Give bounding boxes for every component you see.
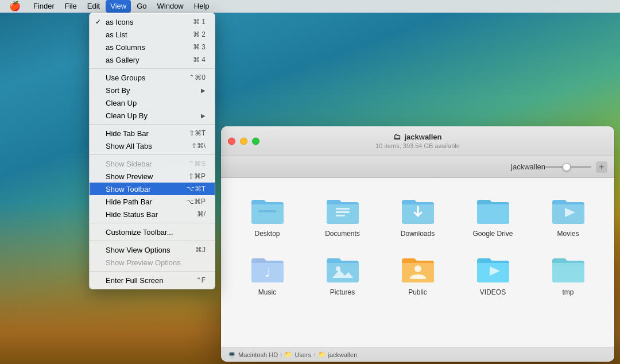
folder-icon-movies <box>550 194 587 226</box>
show-all-tabs[interactable]: Show All Tabs ⇧⌘\ <box>90 140 215 152</box>
shortcut-label: ⌃⌘0 <box>189 73 206 82</box>
shortcut-label: ⌘ 4 <box>193 56 206 64</box>
window-subtitle: 10 items, 393.54 GB available <box>375 142 460 149</box>
hide-tab-bar[interactable]: Hide Tab Bar ⇧⌘T <box>90 127 215 140</box>
hide-path-bar[interactable]: Hide Path Bar ⌥⌘P <box>90 195 215 208</box>
svg-rect-1 <box>336 208 350 210</box>
shortcut-label: ⇧⌘\ <box>191 142 206 150</box>
sort-by[interactable]: Sort By ▶ <box>90 84 215 96</box>
customize-toolbar[interactable]: Customize Toolbar... <box>90 226 215 238</box>
add-button[interactable]: + <box>596 161 607 173</box>
hide-status-bar[interactable]: Hide Status Bar ⌘/ <box>90 208 215 220</box>
show-preview[interactable]: Show Preview ⇧⌘P <box>90 170 215 183</box>
view-as-columns[interactable]: as Columns ⌘ 3 <box>90 41 215 53</box>
folder-videos[interactable]: VIDEOS <box>458 248 528 301</box>
menu-item-label: as Columns <box>106 43 145 52</box>
view-as-icons[interactable]: ✓ as Icons ⌘ 1 <box>90 16 215 28</box>
close-button[interactable] <box>228 137 235 145</box>
folder-downloads[interactable]: Downloads <box>383 189 452 242</box>
folder-name: tmp <box>562 288 574 296</box>
enter-full-screen[interactable]: Enter Full Screen ⌃F <box>90 274 215 286</box>
folder-desktop[interactable]: Desktop <box>232 189 302 242</box>
window-menu[interactable]: Window <box>153 0 188 13</box>
separator-1 <box>90 68 215 69</box>
hd-label: Macintosh HD <box>238 351 278 358</box>
shortcut-label: ⌘ 1 <box>193 18 206 26</box>
folder-public[interactable]: Public <box>383 248 452 301</box>
breadcrumb-users: 📁 Users <box>284 351 311 358</box>
go-menu[interactable]: Go <box>132 0 151 13</box>
jackwallen-icon: 📁 <box>318 351 326 358</box>
edit-menu[interactable]: Edit <box>83 0 104 13</box>
menu-item-label: Sort By <box>106 86 130 95</box>
maximize-button[interactable] <box>252 137 259 145</box>
view-as-gallery[interactable]: as Gallery ⌘ 4 <box>90 53 215 66</box>
menu-item-label: Hide Path Bar <box>106 198 152 206</box>
shortcut-label: ⌘J <box>195 246 206 254</box>
use-groups[interactable]: Use Groups ⌃⌘0 <box>90 71 215 84</box>
menu-item-label: Show Preview <box>106 172 153 181</box>
menu-item-label: Hide Tab Bar <box>106 129 149 138</box>
clean-up-by[interactable]: Clean Up By ▶ <box>90 109 215 122</box>
finder-menu[interactable]: Finder <box>29 0 59 13</box>
file-menu[interactable]: File <box>60 0 82 13</box>
menu-item-label: Show View Options <box>106 246 170 254</box>
zoom-slider[interactable] <box>545 166 591 168</box>
folder-icon-videos <box>475 253 512 285</box>
slider-thumb <box>563 163 571 171</box>
folder-pictures[interactable]: Pictures <box>308 248 377 301</box>
window-title-area: 🗂 jackwallen 10 items, 393.54 GB availab… <box>375 133 460 149</box>
folder-name: Google Drive <box>472 230 513 238</box>
file-grid: Desktop Documents Downloads <box>221 178 614 347</box>
clean-up[interactable]: Clean Up <box>90 96 215 109</box>
menu-item-label: Show Sidebar <box>106 160 152 168</box>
hd-icon: 💻 <box>228 351 236 358</box>
shortcut-label: ⌘ 3 <box>193 43 206 51</box>
folder-icon-google-drive <box>475 194 512 226</box>
show-view-options[interactable]: Show View Options ⌘J <box>90 243 215 256</box>
minimize-button[interactable] <box>240 137 247 145</box>
breadcrumb-arrow-1: › <box>280 351 282 358</box>
folder-icon-tmp <box>550 253 587 285</box>
menu-item-label: Customize Toolbar... <box>106 228 173 237</box>
breadcrumb-jackwallen: 📁 jackwallen <box>318 351 358 358</box>
menu-item-label: as Icons <box>106 18 133 26</box>
folder-icon-downloads <box>400 194 436 226</box>
view-as-list[interactable]: as List ⌘ 2 <box>90 28 215 41</box>
menu-item-label: as Gallery <box>106 56 140 64</box>
jackwallen-label: jackwallen <box>328 351 358 358</box>
folder-name: Public <box>408 288 427 296</box>
folder-music[interactable]: ♩ Music <box>232 248 302 301</box>
folder-icon-pictures <box>324 253 361 285</box>
separator-5 <box>90 241 215 241</box>
separator-2 <box>90 124 215 125</box>
separator-6 <box>90 271 215 272</box>
folder-name: Pictures <box>330 288 355 296</box>
folder-documents[interactable]: Documents <box>308 189 377 242</box>
folder-google-drive[interactable]: Google Drive <box>458 189 528 242</box>
toolbar: jackwallen + <box>221 156 614 178</box>
shortcut-label: ⌘/ <box>197 210 206 218</box>
folder-icon-documents <box>324 194 361 226</box>
folder-name: Movies <box>557 230 579 238</box>
svg-point-7 <box>414 265 421 272</box>
submenu-arrow-icon: ▶ <box>201 87 206 94</box>
view-menu[interactable]: View <box>106 0 131 13</box>
shortcut-label: ⇧⌘P <box>188 172 206 180</box>
show-toolbar[interactable]: Show Toolbar ⌥⌘T <box>90 183 215 195</box>
folder-name: Documents <box>325 230 360 238</box>
menu-item-label: Use Groups <box>106 73 145 82</box>
folder-movies[interactable]: Movies <box>533 189 603 242</box>
help-menu[interactable]: Help <box>189 0 214 13</box>
status-bar: 💻 Macintosh HD › 📁 Users › 📁 jackwallen <box>221 347 614 362</box>
view-dropdown: ✓ as Icons ⌘ 1 as List ⌘ 2 as Columns ⌘ … <box>89 13 215 289</box>
folder-tmp[interactable]: tmp <box>533 248 603 301</box>
apple-menu[interactable]: 🍎 <box>5 0 25 13</box>
show-sidebar: Show Sidebar ⌃⌘S <box>90 157 215 170</box>
submenu-arrow-icon: ▶ <box>201 113 206 119</box>
finder-window: 🗂 jackwallen 10 items, 393.54 GB availab… <box>221 126 614 362</box>
breadcrumb-hd: 💻 Macintosh HD <box>228 351 278 358</box>
folder-name: Music <box>258 288 276 296</box>
shortcut-label: ⌃⌘S <box>188 160 206 168</box>
svg-rect-3 <box>336 215 345 216</box>
